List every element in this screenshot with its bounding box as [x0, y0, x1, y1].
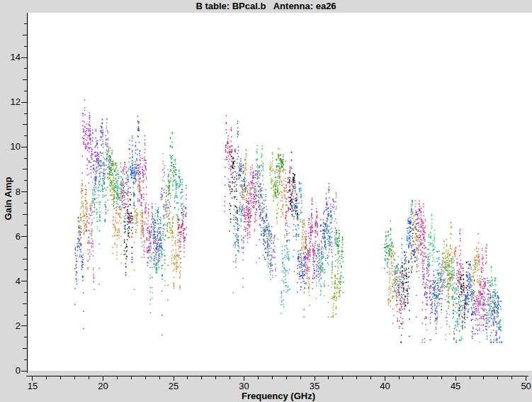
- x-minor-tick: [328, 376, 329, 379]
- x-minor-tick: [413, 376, 414, 379]
- x-major-tick: [455, 376, 456, 381]
- x-minor-tick: [215, 376, 216, 379]
- y-minor-tick: [24, 46, 27, 47]
- y-minor-tick: [24, 337, 27, 337]
- y-minor-tick: [24, 203, 27, 203]
- x-major-tick: [103, 376, 103, 381]
- x-minor-tick: [300, 376, 301, 379]
- y-major-tick: [21, 102, 27, 103]
- y-minor-tick: [23, 259, 27, 259]
- x-tick-label: 30: [232, 381, 256, 391]
- y-minor-tick: [24, 158, 27, 159]
- x-minor-tick: [145, 376, 146, 379]
- y-major-tick: [21, 236, 27, 237]
- y-minor-tick: [24, 23, 27, 24]
- x-minor-tick: [427, 376, 428, 379]
- y-minor-tick: [24, 292, 27, 293]
- x-minor-tick: [483, 376, 484, 379]
- y-tick-label: 10: [0, 142, 21, 152]
- plot-canvas-area[interactable]: [28, 13, 532, 371]
- x-minor-tick: [272, 376, 273, 379]
- y-major-tick: [21, 371, 27, 372]
- y-minor-tick: [24, 113, 27, 114]
- y-major-tick: [21, 147, 27, 147]
- y-minor-tick: [23, 124, 27, 125]
- x-minor-tick: [89, 376, 89, 379]
- y-minor-tick: [23, 214, 27, 215]
- x-tick-label: 45: [443, 381, 468, 391]
- y-minor-tick: [24, 269, 27, 270]
- x-minor-tick: [356, 376, 357, 379]
- y-minor-tick: [24, 359, 27, 360]
- x-tick-label: 50: [514, 381, 532, 391]
- x-tick-label: 20: [91, 381, 115, 391]
- x-minor-tick: [497, 376, 498, 379]
- x-minor-tick: [511, 376, 512, 379]
- x-major-tick: [32, 376, 33, 381]
- x-minor-tick: [470, 376, 470, 379]
- y-minor-tick: [24, 135, 27, 136]
- x-minor-tick: [370, 376, 371, 379]
- y-minor-tick: [23, 35, 27, 35]
- x-minor-tick: [258, 376, 259, 379]
- x-minor-tick: [187, 376, 188, 379]
- x-minor-tick: [46, 376, 47, 379]
- x-major-tick: [385, 376, 385, 381]
- x-minor-tick: [441, 376, 442, 379]
- y-minor-tick: [23, 348, 27, 349]
- y-major-tick: [21, 57, 27, 58]
- y-axis-line: [27, 13, 28, 373]
- x-tick-label: 25: [162, 381, 186, 391]
- x-major-tick: [244, 376, 244, 381]
- x-major-tick: [526, 376, 526, 381]
- x-tick-label: 40: [373, 381, 397, 391]
- y-minor-tick: [23, 169, 27, 169]
- x-minor-tick: [117, 376, 118, 379]
- plot-window: B table: BPcal.b Antenna: ea26 152025303…: [0, 0, 532, 402]
- y-tick-label: 2: [0, 321, 21, 331]
- x-minor-tick: [60, 376, 61, 379]
- x-minor-tick: [230, 376, 230, 379]
- y-minor-tick: [24, 180, 27, 181]
- x-minor-tick: [131, 376, 132, 379]
- x-tick-label: 35: [302, 381, 327, 391]
- y-minor-tick: [24, 225, 27, 225]
- data-points-canvas[interactable]: [28, 13, 532, 371]
- y-tick-label: 14: [0, 52, 21, 62]
- y-axis-title: Gain Amp: [3, 177, 13, 220]
- x-major-tick: [315, 376, 315, 381]
- x-minor-tick: [159, 376, 160, 379]
- y-minor-tick: [24, 91, 27, 91]
- x-axis-line: [26, 376, 528, 376]
- y-tick-label: 0: [0, 366, 21, 376]
- y-major-tick: [21, 191, 27, 192]
- x-minor-tick: [201, 376, 202, 379]
- plot-title: B table: BPcal.b Antenna: ea26: [0, 1, 532, 11]
- y-major-tick: [21, 325, 27, 326]
- x-minor-tick: [342, 376, 343, 379]
- x-axis-title: Frequency (GHz): [28, 391, 528, 401]
- x-tick-label: 15: [21, 381, 45, 391]
- x-minor-tick: [399, 376, 400, 379]
- y-tick-label: 4: [0, 277, 21, 286]
- y-tick-label: 6: [0, 232, 21, 242]
- y-minor-tick: [23, 79, 27, 80]
- y-minor-tick: [23, 303, 27, 304]
- x-minor-tick: [286, 376, 287, 379]
- y-major-tick: [21, 281, 27, 281]
- x-major-tick: [174, 376, 174, 381]
- y-minor-tick: [24, 68, 27, 69]
- x-minor-tick: [74, 376, 75, 379]
- y-minor-tick: [24, 315, 27, 316]
- y-minor-tick: [24, 247, 27, 248]
- y-tick-label: 12: [0, 97, 21, 107]
